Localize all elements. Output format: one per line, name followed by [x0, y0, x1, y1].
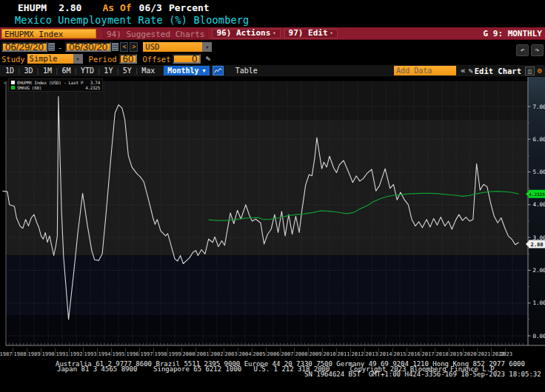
- legend-collapse-icon[interactable]: ◂: [3, 80, 6, 86]
- x-axis-label: 1991: [56, 351, 69, 357]
- range-tab-6M[interactable]: 6M: [59, 67, 73, 75]
- x-axis-label: 1989: [28, 351, 41, 357]
- chart-layout-icon[interactable]: ◫: [525, 67, 535, 75]
- x-axis-label: 2020: [464, 351, 477, 357]
- x-axis-label: 2023: [500, 351, 512, 357]
- tab-separator: |: [135, 67, 138, 75]
- range-tabs: 1D|3D|1M|6M|YTD|1Y|5Y|Max: [2, 67, 158, 75]
- chart-plot[interactable]: 0.001.002.003.004.005.006.007.0019871988…: [0, 77, 545, 362]
- y-axis-label: 1.00: [533, 300, 545, 306]
- range-tab-YTD[interactable]: YTD: [78, 67, 96, 75]
- y-axis-label: 2.00: [533, 267, 545, 274]
- date-range-separator: -: [58, 43, 62, 52]
- period-label: Period: [89, 55, 117, 64]
- x-axis-label: 1994: [98, 351, 111, 357]
- x-axis-label: 1987: [0, 351, 12, 357]
- tab-separator: |: [36, 67, 40, 75]
- y-axis-label: 5.00: [533, 169, 545, 175]
- header-ticker-row: EHUPM 2.80 As Of 06/3 Percent: [18, 2, 210, 13]
- svg-text:4.2325: 4.2325: [529, 192, 545, 197]
- y-axis-label: 4.00: [533, 201, 545, 208]
- x-axis-label: 1995: [113, 351, 125, 357]
- range-tab-5Y[interactable]: 5Y: [121, 67, 134, 75]
- frequency-dropdown[interactable]: Monthly ▼: [164, 66, 209, 75]
- price-series-swatch: [11, 81, 15, 84]
- sma-series-swatch: [11, 86, 15, 89]
- x-axis-label: 2019: [450, 351, 463, 357]
- x-axis-label: 2018: [436, 351, 449, 357]
- range-tab-1Y[interactable]: 1Y: [101, 67, 115, 75]
- edit-menu-button[interactable]: 97) Edit ▾: [284, 29, 338, 38]
- x-axis-label: 1998: [155, 351, 167, 357]
- tab-separator: |: [97, 67, 101, 75]
- price-series-label: EHUPMX Index (USD) - Last Price: [17, 80, 84, 85]
- study-select[interactable]: Simple MA: [27, 54, 73, 64]
- pencil-icon: ✎: [469, 67, 473, 75]
- chevron-down-icon[interactable]: ▼: [202, 42, 212, 52]
- x-axis-label: 1993: [84, 351, 97, 357]
- add-data-input[interactable]: [394, 66, 456, 75]
- page-indicator: G 9: MONTHLY: [484, 29, 542, 38]
- chevron-down-icon: ▾: [330, 29, 333, 38]
- table-button[interactable]: Table: [233, 67, 260, 75]
- x-axis-label: 2001: [197, 351, 210, 357]
- range-tab-1M[interactable]: 1M: [41, 67, 54, 75]
- x-axis-label: 2003: [225, 351, 238, 357]
- date-to-input[interactable]: [65, 42, 111, 52]
- y-axis-label: 3.00: [533, 234, 545, 241]
- as-of-value: 06/3: [139, 2, 162, 13]
- tab-separator: |: [17, 67, 21, 75]
- suggested-charts-button[interactable]: 94) Suggested Charts: [103, 29, 208, 38]
- security-input[interactable]: EHUPMX Index: [1, 29, 96, 38]
- chevron-down-icon[interactable]: ▼: [73, 54, 83, 64]
- range-tab-3D[interactable]: 3D: [21, 67, 35, 75]
- plot-band: [6, 315, 528, 345]
- actions-menu-button[interactable]: 96) Actions ▾: [212, 29, 280, 38]
- calendar-icon[interactable]: [112, 43, 118, 51]
- security-title: Mexico Unemployment Rate (%) Bloomberg: [15, 14, 249, 26]
- edit-chart-button[interactable]: Edit Chart: [475, 67, 521, 75]
- command-bar: EHUPMX Index 94) Suggested Charts 96) Ac…: [0, 27, 545, 40]
- period-input[interactable]: [119, 54, 137, 64]
- gear-icon[interactable]: ⚙: [538, 67, 542, 75]
- collapse-panel-icon[interactable]: «: [461, 66, 466, 75]
- price-series-value: 3.74: [84, 80, 100, 85]
- x-axis-label: 2000: [183, 351, 195, 357]
- x-axis-label: 2009: [310, 351, 322, 357]
- shift-range-back-button[interactable]: <: [120, 42, 128, 52]
- study-label: Study: [1, 55, 25, 64]
- chart-controls-toolbar: 1D|3D|1M|6M|YTD|1Y|5Y|Max Monthly ▼ Tabl…: [0, 65, 545, 77]
- legend-row-price: EHUPMX Index (USD) - Last Price 3.74: [11, 80, 100, 85]
- plot-band: [6, 256, 528, 316]
- bloomberg-terminal-window: EHUPM 2.80 As Of 06/3 Percent Mexico Une…: [0, 0, 545, 392]
- x-axis-label: 2008: [295, 351, 308, 357]
- edit-menu-label: 97) Edit: [289, 29, 328, 38]
- footer-session-info: SN 1964624 BST GMT+1:00 H424-3356-169 18…: [304, 371, 541, 377]
- offset-label: Offset: [143, 55, 171, 64]
- x-axis-label: 1990: [42, 351, 55, 357]
- x-axis-label: 1996: [127, 351, 139, 357]
- x-axis-label: 2016: [408, 351, 421, 357]
- date-range-toolbar: - < > USD ▼: [1, 41, 212, 53]
- currency-select[interactable]: USD: [143, 42, 202, 52]
- redo-button[interactable]: ↷: [531, 44, 544, 56]
- x-axis-label: 1992: [70, 351, 83, 357]
- chart-legend[interactable]: EHUPMX Index (USD) - Last Price 3.74 SMA…: [8, 78, 103, 92]
- x-axis-label: 1997: [141, 351, 153, 357]
- tab-separator: |: [55, 67, 58, 75]
- range-tab-1D[interactable]: 1D: [3, 67, 16, 75]
- ticker-price: 2.80: [58, 2, 81, 13]
- x-axis-label: 1999: [169, 351, 181, 357]
- history-controls: ↶ ↷: [516, 44, 544, 56]
- range-tab-Max[interactable]: Max: [139, 67, 157, 75]
- undo-button[interactable]: ↶: [516, 44, 529, 56]
- calendar-icon[interactable]: [48, 43, 55, 51]
- offset-input[interactable]: [173, 54, 201, 64]
- y-axis-label: 0.00: [533, 333, 545, 339]
- pencil-icon[interactable]: ✎: [205, 54, 210, 64]
- y-axis-label: 7.00: [533, 104, 545, 110]
- date-from-input[interactable]: [1, 42, 47, 52]
- line-chart-type-icon[interactable]: [213, 66, 224, 75]
- shift-range-forward-button[interactable]: >: [130, 42, 138, 52]
- tab-separator: |: [73, 67, 77, 75]
